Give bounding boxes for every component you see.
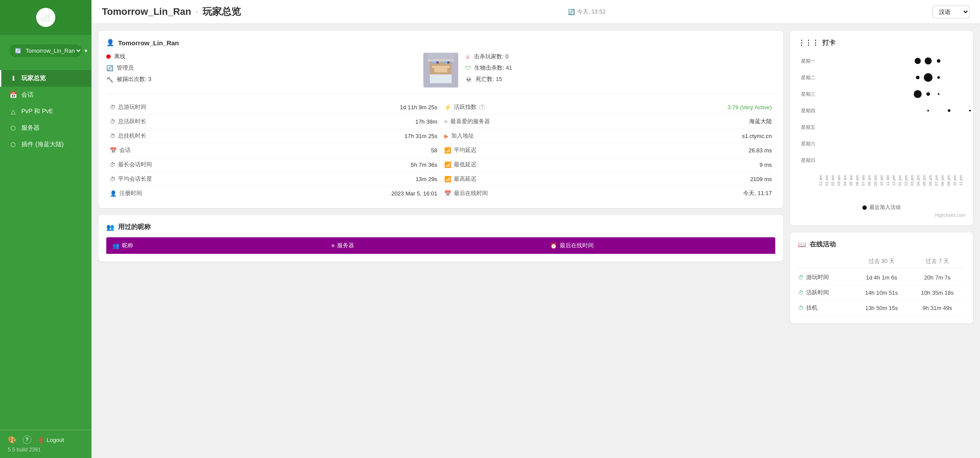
stats-grid: ⏱总游玩时间 1d 11h 9m 25s ⏱总活跃时长 17h 38m ⏱总挂机… [106,100,775,200]
chart-row-3: 星期四 [798,103,965,118]
x-axis-labels: 12 am01 am02 am03 am04 am05 am06 am07 am… [819,170,965,191]
chart-row-4: 星期五 [798,119,965,135]
dot-cell [829,103,839,118]
x-label: 10 pm [953,170,959,191]
sidebar-item-plugins[interactable]: ⬡ 插件 (海蓝大陆) [0,136,91,153]
x-label: 12 pm [892,170,898,191]
sidebar-item-pvp-pve[interactable]: △ PvP 和 PvE [0,103,91,120]
language-select[interactable]: 汉语 English [933,6,970,18]
stat-min-ping: 📶最低延迟 9 ms [444,158,772,172]
dot-cell [944,119,954,135]
x-label: 04 am [843,170,849,191]
activity-label-header [798,257,854,265]
player-card-title: 👤 Tomorrow_Lin_Ran [106,39,775,47]
deaths-icon: 💀 [465,76,472,83]
dot-cell [934,53,943,69]
refresh-icon[interactable]: 🔄 [568,9,575,15]
online-activity-card: 📖 在线活动 过去 30 天 过去 7 天 ⏱ 游玩时间 1d 4h 1m 6s… [790,232,973,323]
dot-cell [923,136,933,152]
activity-icon: ⚡ [444,104,451,111]
server-select[interactable]: Tomorrow_Lin_Ran [24,47,82,54]
dot-cell [902,136,912,152]
dot-cell [976,103,980,118]
x-label: 07 pm [935,170,941,191]
stat-activity-index: ⚡ 活跃指数 ? 3.79 (Very Active) [444,100,772,114]
sidebar-item-servers[interactable]: ⬡ 服务器 [0,120,91,136]
dot-cell [829,136,839,152]
dot-cell [955,152,964,168]
dot-cell [944,86,954,102]
help-icon[interactable]: ? [23,435,31,444]
dot-cell [934,103,943,118]
dot-cell [944,53,954,69]
player-name-title: Tomorrow_Lin_Ran [102,6,191,17]
dot-cell [850,103,860,118]
app-logo[interactable] [36,8,55,27]
stat-active-time: ⏱总活跃时长 17h 38m [110,114,437,129]
help-icon-small[interactable]: ? [479,104,485,110]
punch-dot [938,93,939,95]
dot-cell [819,152,828,168]
svg-rect-3 [41,17,44,22]
header-timestamp: 🔄 今天, 13:52 [568,8,606,16]
dot-cell [829,53,839,69]
chart-dots-4 [819,119,980,135]
palette-icon[interactable]: 🎨 [8,436,17,444]
dot-cell [923,86,933,102]
x-label: 09 pm [947,170,953,191]
sidebar-item-label: 服务器 [21,124,40,132]
activity-row-7d: 20h 7m 7s [909,274,965,281]
chart-dots-5 [819,136,980,152]
player-avatar [423,53,458,88]
dot-cell [829,119,839,135]
left-column: 👤 Tomorrow_Lin_Ran 离线 🔄 管理员 [98,31,783,323]
server-col-header: ≡ 服务器 [331,242,551,249]
stats-right-col: ⚡ 活跃指数 ? 3.79 (Very Active) ≡最喜爱的服务器 海蓝大… [441,100,775,200]
sidebar-footer: 🎨 ? 🚪 Logout 5.5 build 2391 [0,430,91,458]
dot-cell [965,70,975,85]
server-selector-wrapper[interactable]: 🔄 Tomorrow_Lin_Ran ▾ [4,39,87,62]
location-icon: ▶ [444,133,449,139]
chart-row-0: 星期一 [798,53,965,69]
dot-cell [861,136,870,152]
stat-longest-session: ⏱最长会话时间 5h 7m 36s [110,158,437,172]
dot-cell [944,103,954,118]
dot-cell [934,152,943,168]
server-icon: 🔄 [15,48,21,54]
deaths-row: 💀 死亡数: 15 [465,75,775,83]
dot-cell [840,70,849,85]
page-name: 玩家总览 [203,5,241,18]
dot-cell [902,53,912,69]
x-label: 03 pm [910,170,916,191]
online-activity-icon: 📖 [798,241,806,249]
nicknames-icon: 👥 [106,223,115,231]
status-row: 离线 [106,53,416,61]
language-selector-wrapper[interactable]: 汉语 English [933,6,970,18]
dot-cell [850,53,860,69]
dot-cell [892,119,902,135]
sidebar: 🔄 Tomorrow_Lin_Ran ▾ ℹ 玩家总览 📅 会话 △ PvP 和… [0,0,91,458]
dot-cell [871,136,881,152]
last-seen-icon: 📅 [444,190,451,197]
sidebar-item-sessions[interactable]: 📅 会话 [0,87,91,103]
dot-cell [850,86,860,102]
dot-cell [944,70,954,85]
dot-cell [840,152,849,168]
stat-sessions: 📅会话 58 [110,143,437,158]
dot-cell [892,103,902,118]
dot-cell [819,119,828,135]
svg-rect-4 [44,15,47,22]
logout-button[interactable]: 🚪 Logout [37,437,64,443]
dot-cell [902,152,912,168]
role-label: 管理员 [117,64,134,72]
sidebar-item-player-overview[interactable]: ℹ 玩家总览 [0,70,91,87]
dot-cell [850,119,860,135]
dot-cell [965,103,975,118]
dot-cell [861,86,870,102]
dot-cell [892,136,902,152]
player-header-row: 离线 🔄 管理员 🔨 被踢出次数: 3 [106,53,775,94]
sidebar-item-label: 插件 (海蓝大陆) [21,141,64,148]
dot-cell [829,152,839,168]
dot-cell [861,70,870,85]
activity-clock-icon: ⏱ [798,274,804,281]
